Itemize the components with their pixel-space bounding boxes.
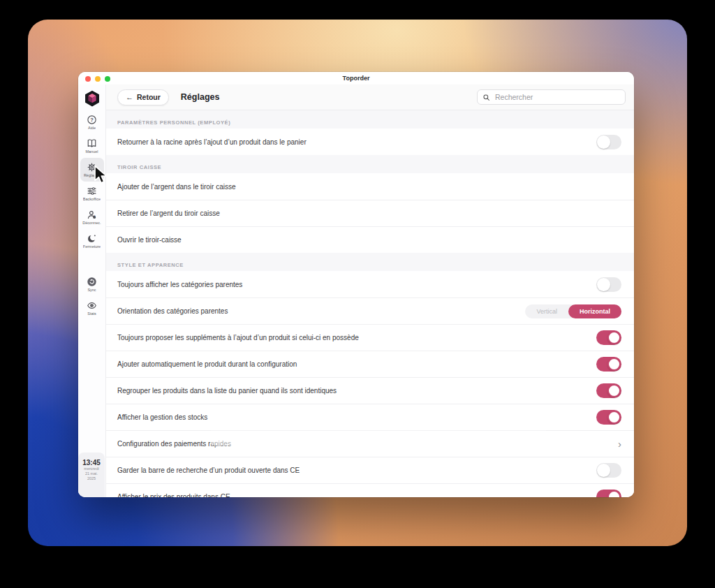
settings-row[interactable]: Configuration des paiements rapides›: [106, 430, 634, 457]
setting-label: Orientation des catégories parentes: [117, 307, 525, 315]
app-window: Toporder ?AideManuelRéglagesBackoffice?D…: [78, 72, 634, 497]
sync-icon: [87, 277, 97, 287]
toggle-switch[interactable]: [596, 357, 621, 372]
sidebar-item-d-connec-[interactable]: ?Déconnec.: [80, 205, 104, 229]
setting-label: Toujours afficher les catégories parente…: [117, 281, 596, 288]
sidebar-item-label: Aide: [88, 126, 96, 130]
section-title: TIROIR CAISSE: [117, 164, 161, 170]
toggle-knob: [607, 490, 621, 497]
setting-label: Afficher la gestion des stocks: [117, 413, 596, 421]
setting-label: Ouvrir le tiroir-caisse: [117, 236, 621, 244]
sidebar-item-label: Backoffice: [83, 197, 101, 201]
settings-row[interactable]: Toujours afficher les catégories parente…: [106, 271, 634, 297]
sidebar-item-aide[interactable]: ?Aide: [80, 110, 104, 134]
clock-date: 21 mai.: [78, 471, 105, 476]
settings-row[interactable]: Garder la barre de recherche d’un produi…: [106, 457, 634, 483]
setting-label: Ajouter automatiquement le produit duran…: [117, 360, 596, 368]
setting-label: Retirer de l’argent du tiroir caisse: [117, 210, 621, 217]
section-header: STYLE ET APPARENCE: [106, 253, 634, 271]
toggle-knob: [597, 135, 610, 149]
segmented-control: VerticalHorizontal: [525, 304, 621, 318]
search-input[interactable]: [494, 92, 620, 102]
sidebar-item-fermeture[interactable]: Fermeture: [80, 229, 104, 253]
page-title: Réglages: [181, 92, 220, 102]
sliders-icon: [87, 186, 97, 196]
settings-row[interactable]: Orientation des catégories parentesVerti…: [106, 297, 634, 324]
settings-row[interactable]: Regrouper les produits dans la liste du …: [106, 377, 634, 404]
settings-row[interactable]: Ouvrir le tiroir-caisse: [106, 226, 634, 253]
settings-content: PARAMÈTRES PERSONNEL (EMPLOYÉ)Retourner …: [106, 110, 634, 497]
setting-label: Toujours proposer les suppléments à l’aj…: [117, 334, 596, 341]
toggle-switch[interactable]: [596, 463, 621, 478]
section-title: PARAMÈTRES PERSONNEL (EMPLOYÉ): [117, 119, 230, 126]
toporder-logo-icon[interactable]: [83, 89, 101, 108]
sidebar-item-label: Réglages: [84, 173, 100, 177]
svg-text:?: ?: [94, 216, 95, 219]
svg-text:?: ?: [90, 117, 94, 123]
settings-list: PARAMÈTRES PERSONNEL (EMPLOYÉ)Retourner …: [106, 110, 634, 497]
back-arrow-icon: ←: [126, 93, 133, 101]
search-icon: [482, 94, 490, 101]
setting-label: Garder la barre de recherche d’un produi…: [117, 466, 596, 474]
sidebar-clock: 13:45 mercredi 21 mai. 2025: [78, 453, 105, 497]
toggle-switch[interactable]: [596, 410, 621, 425]
moon-icon: [87, 233, 97, 244]
setting-label: Regrouper les produits dans la liste du …: [117, 387, 596, 395]
gear-icon: [87, 162, 97, 172]
sidebar-gap: [78, 253, 105, 272]
clock-time: 13:45: [78, 459, 105, 466]
toggle-knob: [607, 384, 621, 397]
toggle-switch[interactable]: [596, 330, 621, 345]
toggle-knob: [597, 464, 610, 477]
close-button[interactable]: [85, 76, 91, 82]
sidebar-item-manuel[interactable]: Manuel: [80, 134, 104, 158]
sidebar-item-stats[interactable]: Stats: [80, 296, 104, 320]
sidebar-item-label: Manuel: [85, 149, 98, 154]
clock-year: 2025: [78, 476, 105, 481]
sidebar-item-label: Déconnec.: [82, 221, 101, 225]
toggle-switch[interactable]: [596, 490, 621, 497]
toggle-switch[interactable]: [596, 135, 621, 149]
book-icon: [87, 138, 97, 149]
settings-row[interactable]: Ajouter automatiquement le produit duran…: [106, 351, 634, 377]
segment-option-vertical[interactable]: Vertical: [525, 304, 568, 318]
toggle-knob: [607, 411, 621, 424]
setting-label: Ajouter de l’argent dans le tiroir caiss…: [117, 183, 621, 191]
toggle-knob: [607, 331, 621, 344]
toggle-knob: [597, 278, 610, 291]
zoom-button[interactable]: [105, 76, 110, 82]
sidebar-items: ?AideManuelRéglagesBackoffice?Déconnec.F…: [78, 110, 105, 320]
sidebar-item-r-glages[interactable]: Réglages: [80, 158, 104, 182]
settings-row[interactable]: Toujours proposer les suppléments à l’aj…: [106, 324, 634, 351]
sidebar-item-label: Fermeture: [83, 244, 101, 249]
eye-icon: [87, 300, 97, 311]
sidebar-item-label: Stats: [87, 311, 96, 316]
back-button-label: Retour: [137, 93, 161, 101]
sidebar-item-sync[interactable]: Sync: [80, 272, 104, 296]
settings-row[interactable]: Retirer de l’argent du tiroir caisse: [106, 200, 634, 226]
settings-row[interactable]: Retourner à la racine après l’ajout d’un…: [106, 128, 634, 155]
settings-row[interactable]: Afficher la gestion des stocks: [106, 404, 634, 430]
toggle-switch[interactable]: [596, 383, 621, 398]
section-header: TIROIR CAISSE: [106, 155, 634, 173]
sidebar: ?AideManuelRéglagesBackoffice?Déconnec.F…: [78, 84, 106, 497]
toggle-switch[interactable]: [596, 277, 621, 292]
settings-row[interactable]: Afficher le prix des produits dans CE: [106, 483, 634, 497]
segment-option-horizontal[interactable]: Horizontal: [568, 304, 621, 318]
user-icon: ?: [87, 210, 97, 220]
chevron-right-icon[interactable]: ›: [618, 439, 621, 449]
clock-weekday: mercredi: [78, 466, 105, 471]
section-header: PARAMÈTRES PERSONNEL (EMPLOYÉ): [106, 110, 634, 128]
setting-label: Afficher le prix des produits dans CE: [117, 493, 596, 497]
window-title: Toporder: [78, 72, 634, 85]
setting-label: Retourner à la racine après l’ajout d’un…: [117, 138, 596, 146]
screenshot-root: { "colors": { "accent": "#c5476d" }, "wi…: [0, 0, 715, 588]
setting-label: Configuration des paiements rapides: [117, 440, 618, 448]
settings-row[interactable]: Ajouter de l’argent dans le tiroir caiss…: [106, 173, 634, 200]
minimize-button[interactable]: [95, 76, 101, 82]
sidebar-item-backoffice[interactable]: Backoffice: [80, 182, 104, 205]
page-header: ← Retour Réglages: [106, 84, 634, 110]
back-button[interactable]: ← Retour: [117, 89, 169, 105]
search-field[interactable]: [477, 89, 626, 105]
help-icon: ?: [87, 115, 97, 125]
